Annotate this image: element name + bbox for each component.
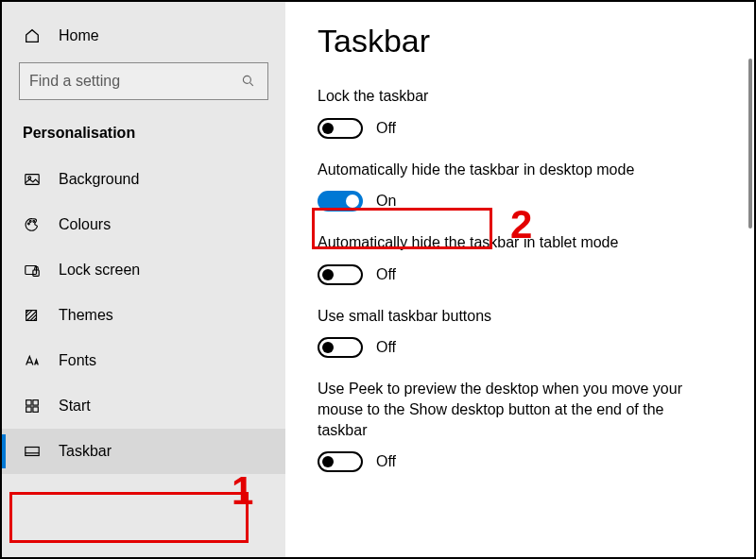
svg-rect-12 (33, 407, 38, 412)
start-icon (23, 397, 42, 415)
svg-rect-9 (26, 400, 31, 405)
toggle-lock-taskbar[interactable] (318, 118, 363, 139)
taskbar-icon (23, 442, 42, 461)
sidebar-item-label: Background (59, 171, 139, 188)
page-title: Taskbar (318, 23, 741, 59)
setting-lock-taskbar: Lock the taskbar Off (318, 86, 741, 139)
search-icon (239, 72, 258, 91)
svg-rect-10 (33, 400, 38, 405)
sidebar-home-label: Home (59, 27, 99, 44)
sidebar-item-colours[interactable]: Colours (2, 202, 285, 247)
setting-label: Automatically hide the taskbar in deskto… (318, 160, 714, 180)
toggle-state: Off (376, 453, 396, 470)
home-icon (23, 26, 42, 45)
settings-window: Home Find a setting Personalisation Back… (0, 0, 756, 559)
toggle-use-peek[interactable] (318, 451, 363, 472)
setting-label: Use small taskbar buttons (318, 306, 714, 327)
search-placeholder: Find a setting (29, 73, 120, 90)
svg-rect-11 (26, 407, 31, 412)
toggle-state: On (376, 193, 396, 210)
sidebar-section-title: Personalisation (2, 117, 285, 157)
lock-screen-icon (23, 261, 42, 280)
toggle-small-buttons[interactable] (318, 337, 363, 358)
svg-rect-13 (26, 448, 39, 456)
setting-auto-hide-tablet: Automatically hide the taskbar in tablet… (318, 232, 741, 285)
setting-label: Use Peek to preview the desktop when you… (318, 379, 714, 440)
sidebar-item-fonts[interactable]: Fonts (2, 338, 285, 383)
sidebar-item-start[interactable]: Start (2, 383, 285, 429)
sidebar: Home Find a setting Personalisation Back… (2, 2, 285, 557)
toggle-state: Off (376, 120, 396, 137)
toggle-state: Off (376, 266, 396, 283)
setting-label: Lock the taskbar (318, 86, 714, 107)
setting-use-peek: Use Peek to preview the desktop when you… (318, 379, 741, 472)
toggle-state: Off (376, 339, 396, 356)
sidebar-item-label: Lock screen (59, 262, 140, 279)
setting-small-buttons: Use small taskbar buttons Off (318, 306, 741, 359)
svg-rect-1 (26, 175, 39, 185)
setting-label: Automatically hide the taskbar in tablet… (318, 232, 714, 253)
toggle-auto-hide-tablet[interactable] (318, 264, 363, 285)
toggle-auto-hide-desktop[interactable] (318, 191, 363, 212)
picture-icon (23, 170, 42, 189)
sidebar-item-lock-screen[interactable]: Lock screen (2, 247, 285, 293)
sidebar-item-background[interactable]: Background (2, 157, 285, 202)
svg-point-3 (28, 223, 30, 225)
svg-point-0 (243, 76, 250, 83)
scrollbar[interactable] (748, 59, 752, 229)
sidebar-item-label: Start (59, 398, 91, 415)
setting-auto-hide-desktop: Automatically hide the taskbar in deskto… (318, 160, 741, 212)
sidebar-item-label: Themes (59, 307, 113, 324)
svg-point-4 (29, 221, 31, 223)
fonts-icon (23, 351, 42, 370)
main-content: Taskbar Lock the taskbar Off Automatical… (285, 2, 754, 557)
search-input[interactable]: Find a setting (19, 62, 268, 100)
svg-point-5 (33, 221, 35, 223)
sidebar-item-taskbar[interactable]: Taskbar (2, 429, 285, 474)
svg-point-2 (28, 177, 31, 179)
palette-icon (23, 215, 42, 234)
sidebar-item-themes[interactable]: Themes (2, 293, 285, 338)
sidebar-item-label: Fonts (59, 352, 96, 369)
sidebar-home[interactable]: Home (2, 19, 285, 59)
themes-icon (23, 306, 42, 325)
sidebar-item-label: Colours (59, 216, 111, 233)
sidebar-item-label: Taskbar (59, 443, 112, 460)
